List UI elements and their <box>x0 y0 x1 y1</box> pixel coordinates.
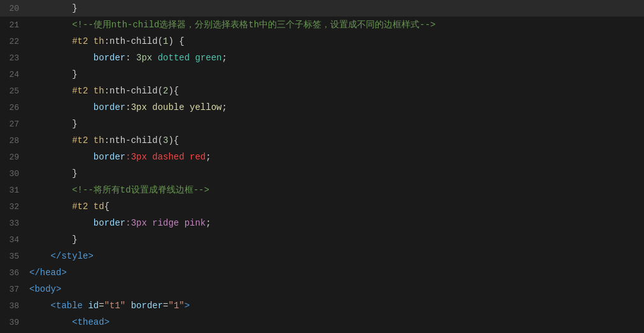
token: :nth-child( <box>104 36 163 46</box>
token <box>29 135 72 146</box>
line-number: 33 <box>0 215 27 232</box>
code-line: 26 border:3px double yellow; <box>0 99 644 116</box>
line-number: 26 <box>0 100 27 116</box>
line-content: <!--使用nth-child选择器，分别选择表格th中的三个子标签，设置成不同… <box>27 17 435 33</box>
token <box>29 201 72 212</box>
token <box>29 53 94 63</box>
code-line: 39 <thead> <box>0 314 644 330</box>
line-number: 35 <box>0 248 27 265</box>
token: ; <box>206 218 211 228</box>
token: } <box>29 119 78 129</box>
line-content: </style> <box>27 248 94 264</box>
line-content: #t2 th:nth-child(3){ <box>27 132 179 149</box>
line-number: 22 <box>0 34 27 50</box>
token: id <box>88 301 99 311</box>
token: </ <box>51 251 62 261</box>
token: :nth-child( <box>104 135 163 146</box>
line-number: 25 <box>0 83 27 100</box>
token: body <box>34 284 56 294</box>
code-line: 27 } <box>0 116 644 132</box>
token: < <box>51 301 56 311</box>
line-content: } <box>27 231 78 248</box>
token: > <box>185 301 190 311</box>
token: <!--将所有td设置成脊线边框--> <box>72 185 209 195</box>
line-content: <table id="t1" border="1"> <box>27 297 190 314</box>
line-content: border: 3px dotted green; <box>27 50 227 66</box>
line-content: #t2 th:nth-child(1) { <box>27 33 185 50</box>
token <box>29 102 94 112</box>
line-number: 21 <box>0 17 27 34</box>
line-number: 31 <box>0 182 27 199</box>
token: border <box>94 218 125 228</box>
token: ; <box>222 53 227 63</box>
code-line: 31 <!--将所有td设置成脊线边框--> <box>0 182 644 198</box>
token: border <box>94 102 125 112</box>
code-line: 25 #t2 th:nth-child(2){ <box>0 83 644 99</box>
token <box>29 185 72 195</box>
line-number: 32 <box>0 199 27 215</box>
token <box>29 36 72 46</box>
code-line: 24 } <box>0 66 644 83</box>
line-number: 29 <box>0 149 27 166</box>
token: ){ <box>168 135 179 146</box>
token: "t1" <box>104 301 126 311</box>
line-content: <thead> <box>27 314 109 330</box>
code-line: 20 } <box>0 0 644 17</box>
code-line: 28 #t2 th:nth-child(3){ <box>0 132 644 149</box>
token: < <box>72 317 77 327</box>
token: ; <box>221 102 227 112</box>
line-content: <body> <box>27 281 61 297</box>
line-content: } <box>27 116 78 132</box>
token: } <box>29 234 78 245</box>
code-line: 29 border:3px dashed red; <box>0 149 644 165</box>
line-content: </head> <box>27 264 67 281</box>
code-line: 32 #t2 td{ <box>0 198 644 215</box>
token: style <box>61 251 88 261</box>
code-line: 22 #t2 th:nth-child(1) { <box>0 33 644 50</box>
code-line: 33 border:3px ridge pink; <box>0 215 644 231</box>
token: : <box>125 53 136 63</box>
token: :3px ridge pink <box>125 218 206 228</box>
token: :3px double yellow <box>125 102 221 112</box>
token <box>29 301 51 311</box>
token: #t2 th <box>72 36 104 46</box>
token: #t2 th <box>72 135 104 146</box>
token: ) { <box>168 36 184 46</box>
token: thead <box>78 317 104 327</box>
line-content: #t2 td{ <box>27 198 109 215</box>
code-line: 21 <!--使用nth-child选择器，分别选择表格th中的三个子标签，设置… <box>0 17 644 33</box>
token <box>29 218 94 228</box>
token <box>29 251 51 261</box>
line-content: #t2 th:nth-child(2){ <box>27 83 179 99</box>
token: head <box>40 268 62 278</box>
line-number: 39 <box>0 315 27 331</box>
line-number: 27 <box>0 116 27 133</box>
token: #t2 th <box>72 86 104 96</box>
line-number: 34 <box>0 232 27 248</box>
token: } <box>29 3 78 13</box>
line-content: border:3px double yellow; <box>27 99 227 116</box>
token: "1" <box>169 301 185 311</box>
token: :nth-child( <box>104 86 163 96</box>
line-number: 36 <box>0 265 27 282</box>
token: ){ <box>168 86 179 96</box>
token: = <box>163 301 168 311</box>
token: border <box>94 53 125 63</box>
token <box>29 317 72 327</box>
token: #t2 td <box>72 201 104 212</box>
line-content: } <box>27 0 78 17</box>
code-line: 36</head> <box>0 264 644 281</box>
line-number: 30 <box>0 166 27 182</box>
line-number: 24 <box>0 67 27 83</box>
code-line: 35 </style> <box>0 248 644 264</box>
code-line: 38 <table id="t1" border="1"> <box>0 297 644 314</box>
token: = <box>99 301 104 311</box>
code-line: 34 } <box>0 231 644 248</box>
token: > <box>88 251 93 261</box>
token: <!--使用nth-child选择器，分别选择表格th中的三个子标签，设置成不同… <box>72 20 435 30</box>
token: ; <box>206 152 211 162</box>
code-editor: 20 }21 <!--使用nth-child选择器，分别选择表格th中的三个子标… <box>0 0 644 333</box>
token <box>29 86 72 96</box>
line-content: border:3px dashed red; <box>27 149 211 165</box>
token: { <box>104 201 109 212</box>
